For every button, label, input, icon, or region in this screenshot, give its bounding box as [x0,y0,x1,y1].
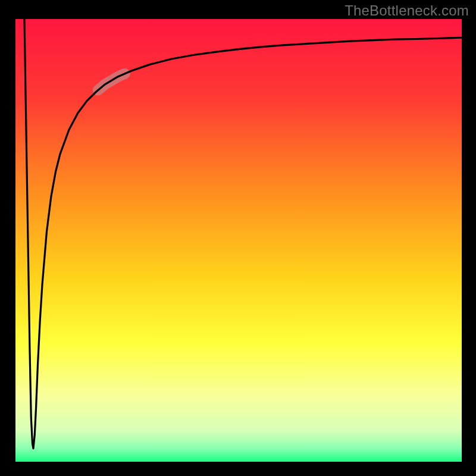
watermark-text: TheBottleneck.com [345,2,469,19]
plot-area [15,19,462,462]
chart-stage: TheBottleneck.com [0,0,476,476]
bottleneck-chart [0,0,476,476]
